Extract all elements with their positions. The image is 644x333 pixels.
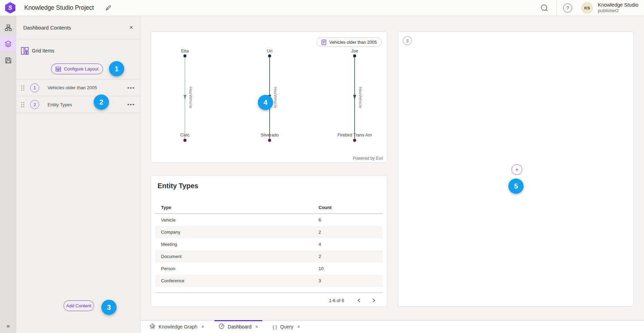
tab-label: Dashboard: [228, 324, 252, 330]
grid-item-row[interactable]: 1 Vehicles older than 2005 ●●●: [16, 79, 141, 96]
search-icon: [540, 4, 549, 12]
grid-items-label: Grid Items: [32, 48, 54, 53]
ellipsis-icon: ●●●: [127, 103, 135, 106]
add-widget-button[interactable]: +: [511, 164, 522, 175]
cell-count: 4: [319, 242, 321, 247]
sidebar-item-hierarchy[interactable]: [0, 19, 16, 36]
graph-node-label-top: Etta: [181, 49, 189, 53]
layer-chip[interactable]: Vehicles older than 2005: [316, 38, 382, 47]
annotation-badge-3: 3: [101, 300, 117, 315]
graph-node-bottom: [353, 139, 356, 142]
plus-icon: +: [515, 166, 519, 173]
tab-icon: [219, 323, 224, 330]
graph-node-top: [184, 55, 187, 58]
configure-layout-icon: [56, 67, 61, 72]
dashboard-icon: [219, 323, 224, 329]
left-icon-rail: »: [0, 16, 16, 333]
close-tab-button[interactable]: ×: [201, 324, 204, 330]
graph-column[interactable]: EttaCivicHasVehicle: [180, 49, 193, 142]
graph-node-bottom: [268, 139, 271, 142]
empty-grid-slot-card: 3 +: [398, 31, 634, 307]
table-pagination: 1-6 of 6: [329, 295, 378, 306]
graph-node-label-bottom: Firebird Trans Am: [338, 133, 372, 138]
close-panel-button[interactable]: ×: [127, 24, 135, 31]
annotation-badge-4: 4: [258, 95, 273, 110]
graph-node-bottom: [184, 139, 187, 142]
chevron-left-icon: [357, 298, 362, 303]
tab-query[interactable]: { } Query ×: [269, 320, 304, 333]
cell-type: Meeting: [161, 242, 177, 247]
tab-dashboard[interactable]: Dashboard ×: [214, 320, 262, 333]
table-row: Conference 3: [155, 275, 383, 287]
edit-title-button[interactable]: [103, 3, 113, 13]
grid-items-icon: [21, 47, 29, 55]
grid-item-row[interactable]: 2 Entity Types ●●●: [16, 96, 141, 113]
save-icon: [5, 57, 11, 64]
chevron-right-icon: [371, 298, 376, 303]
braces-icon: { }: [273, 324, 277, 330]
knowledge-graph-icon: [150, 323, 155, 329]
grid-item-list: 1 Vehicles older than 2005 ●●● 2 Entity …: [16, 79, 141, 113]
expand-panel-button[interactable]: »: [0, 323, 16, 330]
cell-type: Vehicle: [161, 217, 176, 223]
sidebar-item-layers[interactable]: [0, 36, 16, 52]
panel-header: Dashboard Contents ×: [16, 16, 140, 39]
user-avatar[interactable]: KS: [581, 2, 593, 14]
cell-count: 6: [319, 217, 321, 223]
add-content-button[interactable]: Add Content: [63, 300, 94, 311]
table-row: Meeting 4: [155, 238, 383, 250]
graph-node-label-top: Joe: [351, 49, 358, 53]
column-header-type: Type: [161, 205, 171, 210]
layer-chip-label: Vehicles older than 2005: [329, 40, 377, 45]
double-chevron-right-icon: »: [7, 323, 10, 329]
graph-edge-label: HasVehicle: [273, 87, 278, 109]
next-page-button[interactable]: [369, 296, 378, 305]
table-footer-divider: [155, 292, 383, 293]
grid-item-label: Vehicles older than 2005: [48, 85, 97, 90]
column-header-count: Count: [319, 205, 332, 210]
tab-label: Query: [280, 324, 293, 330]
item-options-button[interactable]: ●●●: [127, 86, 135, 90]
graph-node-top: [268, 55, 271, 58]
grid-item-label: Entity Types: [48, 102, 72, 107]
tab-knowledge-graph[interactable]: Knowledge Graph ×: [145, 320, 208, 333]
configure-layout-button[interactable]: Configure Layout: [51, 64, 103, 74]
bottom-tab-bar: Knowledge Graph × Dashboard × { } Query …: [141, 320, 644, 333]
header-divider: [557, 0, 557, 16]
entity-types-card: Entity Types Type Count Vehicle 6 Compan…: [151, 175, 387, 307]
entity-card-title: Entity Types: [158, 182, 198, 190]
drag-handle-icon[interactable]: [21, 102, 25, 107]
cell-type: Company: [161, 230, 180, 235]
search-button[interactable]: [537, 0, 552, 16]
layers-icon: [5, 40, 12, 48]
top-header: S Knowledge Studio Project ? KS Knowledg…: [0, 0, 644, 16]
table-header: Type Count: [155, 201, 383, 214]
sidebar-item-save[interactable]: [0, 52, 16, 68]
user-name: Knowledge Studio: [598, 2, 638, 8]
graph-node-top: [353, 55, 356, 58]
question-icon: ?: [563, 3, 572, 13]
annotation-badge-5: 5: [508, 178, 524, 194]
drag-handle-icon[interactable]: [21, 85, 25, 91]
close-icon: ×: [201, 324, 204, 330]
configure-layout-label: Configure Layout: [64, 66, 98, 72]
annotation-badge-2: 2: [94, 94, 109, 110]
report-icon: [321, 40, 327, 45]
header-actions: ? KS Knowledge Studio publisher2: [537, 0, 644, 16]
table-row: Document 2: [155, 250, 383, 263]
close-tab-button[interactable]: ×: [297, 324, 300, 330]
tab-icon: { }: [273, 324, 277, 330]
close-tab-button[interactable]: ×: [255, 324, 258, 330]
item-options-button[interactable]: ●●●: [127, 103, 135, 106]
graph-node-label-bottom: Silverado: [261, 133, 279, 138]
close-icon: ×: [129, 24, 133, 31]
panel-title: Dashboard Contents: [23, 25, 71, 31]
app-logo-icon: S: [5, 2, 16, 14]
help-button[interactable]: ?: [560, 0, 575, 16]
tab-icon: [150, 323, 155, 330]
tab-label: Knowledge Graph: [159, 324, 197, 330]
user-info[interactable]: Knowledge Studio publisher2: [598, 2, 638, 14]
hierarchy-icon: [5, 24, 12, 31]
graph-column[interactable]: JoeFirebird Trans AmHasVehicle: [338, 49, 372, 142]
previous-page-button[interactable]: [355, 296, 364, 305]
